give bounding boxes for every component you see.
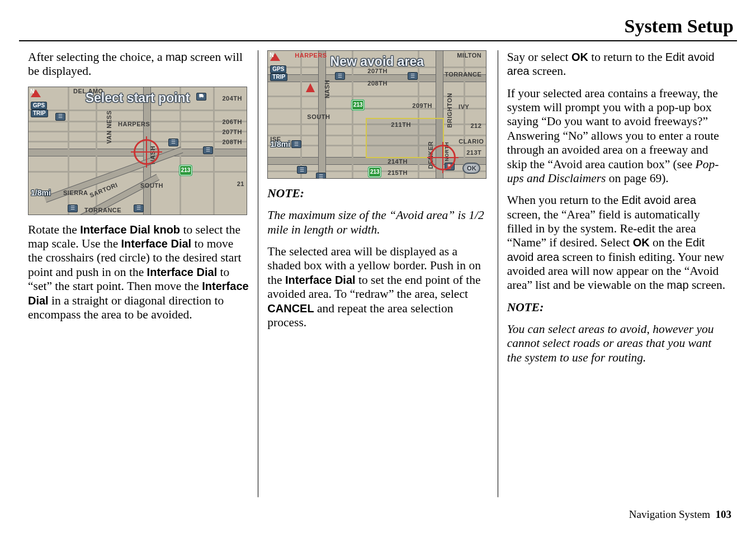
street-label: 207TH <box>222 129 242 136</box>
text: map <box>667 279 689 291</box>
street-label: 214TH <box>388 158 408 165</box>
note-body: You can select areas to avoid, however y… <box>507 322 728 365</box>
text: Say or select <box>507 50 571 64</box>
footer-label: Navigation System <box>629 508 710 520</box>
road <box>213 87 215 215</box>
street-label: BRIGHTON <box>446 93 453 127</box>
street-label: SOUTH <box>140 182 163 189</box>
trip-badge: TRIP <box>270 73 287 81</box>
highway-shield-icon: 213 <box>179 165 192 175</box>
compass-label: N <box>30 88 34 95</box>
map-icon: ☰ <box>335 72 345 80</box>
page-footer: Navigation System 103 <box>629 508 731 521</box>
street-label: 212 <box>470 122 481 130</box>
content-columns: After selecting the choice, a map screen… <box>19 50 737 497</box>
map-icon: ☰ <box>168 139 178 146</box>
street-label: CLARIO <box>459 138 484 145</box>
map-select-start-point: DEL AMO HARPERS VAN NESS NASH SOUTH SART… <box>28 87 247 215</box>
gps-badge: GPS <box>31 102 47 110</box>
compass-icon: N <box>270 53 280 65</box>
street-label: TORRANCE <box>84 207 121 214</box>
street-label: MILTON <box>457 52 481 59</box>
trip-badge: TRIP <box>31 110 48 117</box>
text: Interface Dial <box>121 237 192 250</box>
map-title: New avoid area <box>330 54 424 69</box>
text: OK <box>571 51 588 63</box>
street-label: IVY <box>459 103 469 111</box>
text: Interface Dial knob <box>80 223 180 236</box>
map-new-avoid-area: HARPERS MILTON NASH SOUTH ISE TORRANCE I… <box>267 50 486 179</box>
street-label: 21 <box>237 180 244 188</box>
col3-p3: When you return to the Edit avoid area s… <box>507 193 728 293</box>
road <box>464 51 465 178</box>
note-heading: NOTE: <box>507 301 728 315</box>
highway-shield-icon: 213 <box>352 100 364 110</box>
col2-paragraph: The selected area will be displayed as a… <box>267 245 488 330</box>
text: map <box>166 51 187 63</box>
street-label: SOUTH <box>307 113 330 121</box>
street-label: TORRANCE <box>445 71 481 78</box>
text: After selecting the choice, a <box>28 50 166 64</box>
highway-shield-icon: 213 <box>368 167 381 177</box>
map-icon: ⛟ <box>196 93 206 101</box>
map-icon: ☰ <box>134 204 144 212</box>
map-title: Select start point <box>86 91 190 106</box>
scale-label: 1/8mi <box>31 188 51 198</box>
crosshair-icon <box>134 139 159 165</box>
map-icon: ☰ <box>68 204 78 212</box>
text: Edit avoid area <box>621 194 696 206</box>
text: in a straight or diagonal direction to e… <box>28 294 224 321</box>
road <box>300 51 302 178</box>
map-icon: ☰ <box>291 140 301 148</box>
map-icon: ☰ <box>203 146 213 154</box>
text: CANCEL <box>267 302 314 315</box>
street-label: 215TH <box>388 169 408 177</box>
column-2: HARPERS MILTON NASH SOUTH ISE TORRANCE I… <box>258 50 497 497</box>
text: Interface Dial <box>285 274 356 286</box>
col3-p1: Say or select OK to return to the Edit a… <box>507 50 728 79</box>
scale-label: 1/8mi <box>270 140 290 149</box>
road <box>418 51 419 178</box>
map-icon: ☰ <box>316 173 326 179</box>
text: When you return to the <box>507 193 622 207</box>
text: on page 69). <box>606 172 668 185</box>
road <box>352 51 353 178</box>
page-number: 103 <box>716 508 732 520</box>
col1-intro: After selecting the choice, a map screen… <box>28 50 249 79</box>
street-label: 213T <box>466 149 481 156</box>
text: screen. <box>530 64 566 78</box>
map-icon: ☰ <box>297 166 307 174</box>
street-label: 206TH <box>222 118 242 126</box>
street-label: 208TH <box>367 80 388 87</box>
map-icon: ☰ <box>55 113 65 121</box>
street-label: HARPERS <box>118 121 150 128</box>
compass-icon: N <box>31 89 41 102</box>
column-1: After selecting the choice, a map screen… <box>19 50 258 497</box>
ok-button[interactable]: OK <box>462 163 480 174</box>
crosshair-icon <box>430 145 456 170</box>
map-icon: ☰ <box>408 72 418 80</box>
vehicle-icon <box>306 83 315 92</box>
text: on the <box>650 236 686 249</box>
text: Interface Dial <box>147 266 218 278</box>
note-heading: NOTE: <box>267 187 488 201</box>
street-label: VAN NESS <box>106 110 113 143</box>
street-label: 211TH <box>391 121 411 129</box>
col1-paragraph: Rotate the Interface Dial knob to select… <box>28 223 249 322</box>
compass-label: N <box>270 52 273 59</box>
street-label: 208TH <box>222 139 242 146</box>
street-label: NASH <box>324 80 331 98</box>
street-label: HARPERS <box>295 52 327 59</box>
text: If your selected area contains a freeway… <box>507 87 719 171</box>
text: to return to the <box>588 50 665 64</box>
text: screen. <box>689 278 726 292</box>
text: Rotate the <box>28 223 80 236</box>
page-title: System Setup <box>19 16 737 41</box>
street-label: SIERRA <box>63 189 88 197</box>
street-label: 204TH <box>222 95 242 102</box>
column-3: Say or select OK to return to the Edit a… <box>498 50 737 497</box>
street-label: 209TH <box>412 102 432 110</box>
col3-p2: If your selected area contains a freeway… <box>507 87 728 186</box>
note-body: The maximum size of the “Avoid area” is … <box>267 208 488 237</box>
text: OK <box>633 236 650 249</box>
